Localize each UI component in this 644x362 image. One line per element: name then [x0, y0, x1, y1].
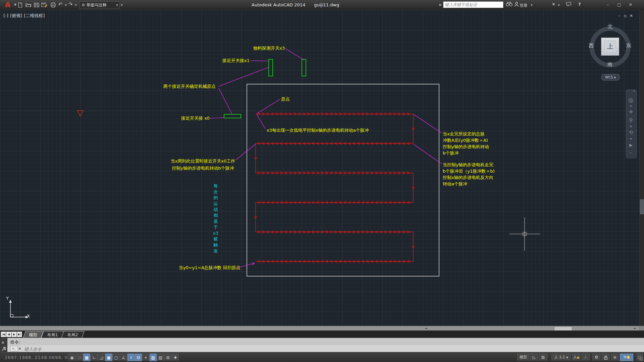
- statusbar-toggle-annotation-monitor[interactable]: ✚: [172, 354, 179, 361]
- search-input[interactable]: [443, 1, 503, 8]
- tab-prev-button[interactable]: ◀: [6, 331, 11, 337]
- signin-button[interactable]: 登录: [520, 3, 528, 8]
- navbar-zoom-caret-icon[interactable]: ▼: [626, 125, 636, 128]
- statusbar-toggle-quick-properties[interactable]: ▤: [157, 354, 164, 361]
- cad-text-material-switch: 物料探测开关x3: [253, 46, 285, 51]
- resize-grip[interactable]: [639, 357, 643, 361]
- navbar-steeringwheel-icon[interactable]: ◎: [626, 97, 636, 103]
- model-space-button[interactable]: 模型: [517, 354, 529, 361]
- statusbar-toggle-ortho-mode[interactable]: ∟: [91, 354, 98, 361]
- navbar-collapse-icon[interactable]: −: [626, 151, 636, 155]
- hardware-acceleration-button[interactable]: ⚒●: [620, 354, 633, 361]
- ucs-x-label: X: [27, 313, 30, 318]
- viewport-close-button[interactable]: ✕: [629, 13, 634, 18]
- statusbar-toggle-transparency[interactable]: ▨: [150, 354, 157, 361]
- signin-caret-icon[interactable]: ▼: [531, 4, 533, 7]
- tab-layout2-label: 布局2: [67, 331, 78, 338]
- qat-overflow-caret-icon[interactable]: ▼: [121, 4, 123, 7]
- viewport-minimize-button[interactable]: –: [616, 13, 622, 18]
- communication-center-icon[interactable]: [566, 2, 571, 7]
- command-grip[interactable]: ✕: [0, 338, 7, 352]
- workspace-switch-button[interactable]: ⚙: [592, 354, 600, 361]
- horizontal-scrollbar[interactable]: ◄ ►: [0, 326, 644, 331]
- plot-button[interactable]: [50, 2, 56, 8]
- statusbar-toggle-polar-tracking[interactable]: ◿: [98, 354, 105, 361]
- annotation-visibility-button[interactable]: 人●: [572, 354, 580, 361]
- cad-text-x0-work-line1: 当x周到此位置时接近开关x0工作: [166, 158, 240, 165]
- tab-next-button[interactable]: ▶: [11, 331, 17, 337]
- search-expand-icon[interactable]: ▶: [439, 3, 442, 6]
- window-maximize-button[interactable]: ▢: [615, 1, 623, 8]
- window-minimize-button[interactable]: –: [604, 1, 612, 8]
- tab-last-button[interactable]: ▶|: [17, 331, 22, 337]
- navbar-zoom-icon[interactable]: ⚲: [626, 117, 636, 123]
- statusbar-toggle-dynamic-input[interactable]: ⊟: [135, 354, 142, 361]
- tab-layout2[interactable]: 布局2: [61, 331, 84, 338]
- vertical-scrollbar-thumb[interactable]: [640, 199, 644, 214]
- navbar-close-icon[interactable]: ✕: [631, 90, 635, 93]
- viewport-view-menu[interactable]: [俯视]: [10, 13, 22, 18]
- logo-menu-caret-icon[interactable]: ▼: [14, 3, 16, 6]
- viewcube-east-label[interactable]: 东: [626, 43, 631, 49]
- hscroll-left-button[interactable]: ◄: [423, 326, 428, 330]
- undo-caret-icon[interactable]: ▼: [65, 4, 67, 7]
- statusbar-toggle-object-snap-tracking[interactable]: ∠: [120, 354, 127, 361]
- statusbar-toggle-snap-mode[interactable]: ∷: [76, 354, 83, 361]
- viewport-controls-menu[interactable]: [-]: [3, 13, 8, 18]
- user-icon[interactable]: [514, 2, 519, 8]
- command-prompt-icon[interactable]: >_: [10, 346, 18, 352]
- tab-first-button[interactable]: |◀: [1, 331, 6, 337]
- viewport-style-menu[interactable]: [二维线框]: [24, 13, 45, 18]
- statusbar-toggle-dynamic-ucs[interactable]: ⚡: [127, 354, 135, 361]
- navbar-showmotion-icon[interactable]: ▶: [626, 143, 636, 147]
- navbar-orbit-caret-icon[interactable]: ▼: [626, 138, 636, 140]
- tab-layout1[interactable]: 布局1: [41, 331, 64, 338]
- viewcube-top-face[interactable]: 上: [601, 38, 619, 56]
- autocad-logo[interactable]: A: [2, 0, 13, 9]
- redo-caret-icon[interactable]: ▼: [75, 4, 77, 7]
- command-line-panel[interactable]: ✕ 命令: >_ ▼: [0, 338, 644, 352]
- statusbar-toggle-infer-constraints[interactable]: ◉: [68, 354, 75, 361]
- exchange-caret-icon[interactable]: ▼: [558, 4, 560, 7]
- undo-button[interactable]: ↶: [58, 1, 63, 7]
- exchange-apps-icon[interactable]: ✕: [552, 2, 555, 7]
- command-prompt-caret-icon[interactable]: ▼: [19, 347, 21, 350]
- navbar-wheel-caret-icon[interactable]: ▼: [626, 105, 636, 108]
- statusbar-toggle-lineweight[interactable]: +: [142, 354, 149, 361]
- viewcube-north-label[interactable]: 北: [607, 23, 612, 30]
- window-close-button[interactable]: ✕: [627, 1, 635, 8]
- new-file-button[interactable]: [17, 2, 23, 8]
- tab-model[interactable]: 模型: [23, 331, 44, 338]
- statusbar-toggle-selection-cycling[interactable]: ⊞: [164, 354, 171, 361]
- wcs-dropdown[interactable]: WCS ▼: [601, 74, 620, 80]
- drawing-canvas[interactable]: [-] [俯视] [二维线框] – ▫ ✕ 北 西 东 南 上 WCS ▼ ✕ …: [0, 10, 644, 326]
- vertical-scrollbar[interactable]: [639, 10, 644, 326]
- save-as-button[interactable]: [41, 2, 48, 8]
- statusbar-toggle-object-snap[interactable]: ▣: [105, 354, 112, 361]
- command-input-row[interactable]: >_ ▼: [7, 345, 644, 352]
- right-block1-line4: b个脉冲: [443, 150, 500, 156]
- statusbar-toggle-3d-object-snap[interactable]: ▢: [113, 354, 120, 361]
- command-close-icon[interactable]: ✕: [1, 341, 4, 345]
- navbar-pan-icon[interactable]: ✛: [626, 109, 636, 115]
- performance-button[interactable]: ●: [611, 354, 619, 361]
- help-icon[interactable]: ?: [578, 2, 581, 7]
- viewcube-south-label[interactable]: 南: [607, 61, 612, 68]
- workspace-caret-icon[interactable]: ▼: [116, 4, 118, 7]
- open-file-button[interactable]: [25, 2, 32, 8]
- annotation-autoscale-button[interactable]: 人: [582, 354, 590, 361]
- hscroll-right-button[interactable]: ►: [633, 326, 638, 330]
- viewcube-west-label[interactable]: 西: [589, 43, 594, 49]
- search-button[interactable]: [506, 2, 513, 8]
- workspace-dropdown[interactable]: ⚙草图与注释: [79, 1, 120, 9]
- viewport-restore-button[interactable]: ▫: [623, 13, 628, 18]
- statusbar-toggle-grid-display[interactable]: ▦: [83, 354, 90, 361]
- quick-view-drawings-button[interactable]: ▥: [539, 354, 547, 361]
- save-button[interactable]: [33, 2, 40, 8]
- annotation-scale-button[interactable]: 人 1:1 ▼: [551, 354, 571, 361]
- navbar-orbit-icon[interactable]: ⟲: [626, 129, 636, 135]
- redo-button[interactable]: ↷: [68, 1, 73, 7]
- command-input[interactable]: [23, 345, 193, 353]
- quick-view-layouts-button[interactable]: ◺: [530, 354, 538, 361]
- toolbar-lock-button[interactable]: [602, 354, 610, 361]
